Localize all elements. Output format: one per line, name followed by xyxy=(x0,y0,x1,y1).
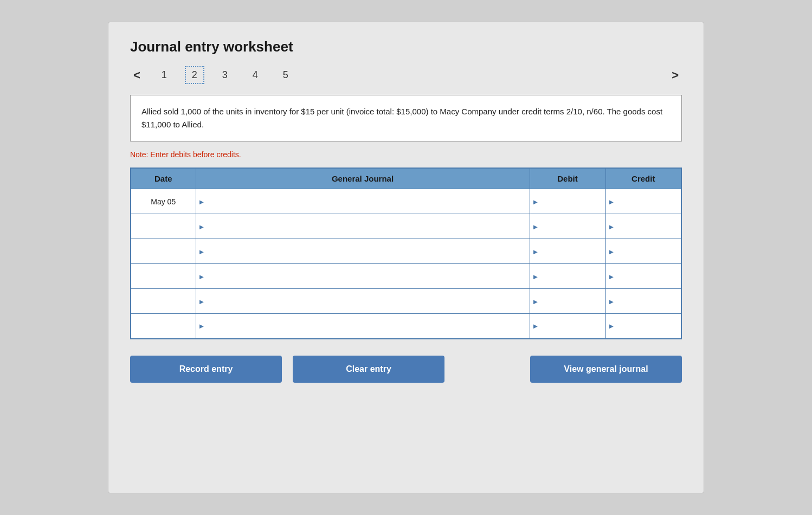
credit-cell-5[interactable]: ► xyxy=(605,314,681,339)
journal-cell-5[interactable]: ► xyxy=(196,314,530,339)
tab-4[interactable]: 4 xyxy=(246,67,265,83)
credit-arrow-icon: ► xyxy=(608,222,615,230)
header-date: Date xyxy=(131,168,196,189)
credit-cell-4[interactable]: ► xyxy=(605,289,681,314)
header-credit: Credit xyxy=(605,168,681,189)
table-row: ►►► xyxy=(131,289,681,314)
tab-5[interactable]: 5 xyxy=(276,67,295,83)
date-cell-0[interactable]: May 05 xyxy=(131,189,196,214)
credit-arrow-icon: ► xyxy=(608,197,615,205)
view-general-journal-button[interactable]: View general journal xyxy=(530,356,682,383)
debit-arrow-icon: ► xyxy=(532,222,539,230)
table-row: ►►► xyxy=(131,214,681,239)
debit-cell-5[interactable]: ► xyxy=(530,314,605,339)
table-row: May 05►►► xyxy=(131,189,681,214)
description-box: Allied sold 1,000 of the units in invent… xyxy=(130,95,682,141)
debit-arrow-icon: ► xyxy=(532,272,539,280)
journal-arrow-icon: ► xyxy=(198,197,205,205)
credit-arrow-icon: ► xyxy=(608,247,615,255)
debit-arrow-icon: ► xyxy=(532,247,539,255)
journal-arrow-icon: ► xyxy=(198,272,205,280)
credit-arrow-icon: ► xyxy=(608,272,615,280)
date-cell-1[interactable] xyxy=(131,214,196,239)
date-cell-3[interactable] xyxy=(131,264,196,289)
table-row: ►►► xyxy=(131,264,681,289)
journal-cell-0[interactable]: ► xyxy=(196,189,530,214)
credit-cell-2[interactable]: ► xyxy=(605,239,681,264)
tab-1[interactable]: 1 xyxy=(154,67,174,83)
journal-cell-3[interactable]: ► xyxy=(196,264,530,289)
record-entry-button[interactable]: Record entry xyxy=(130,356,282,383)
page-title: Journal entry worksheet xyxy=(130,38,682,55)
journal-arrow-icon: ► xyxy=(198,297,205,305)
table-row: ►►► xyxy=(131,239,681,264)
tab-navigation: < 1 2 3 4 5 > xyxy=(130,66,682,84)
credit-cell-1[interactable]: ► xyxy=(605,214,681,239)
debit-cell-2[interactable]: ► xyxy=(530,239,605,264)
header-journal: General Journal xyxy=(196,168,530,189)
tab-3[interactable]: 3 xyxy=(215,67,235,83)
journal-table: Date General Journal Debit Credit May 05… xyxy=(130,168,682,339)
table-row: ►►► xyxy=(131,314,681,339)
date-cell-4[interactable] xyxy=(131,289,196,314)
credit-arrow-icon: ► xyxy=(608,322,615,330)
journal-arrow-icon: ► xyxy=(198,322,205,330)
description-text: Allied sold 1,000 of the units in invent… xyxy=(141,107,662,129)
journal-cell-2[interactable]: ► xyxy=(196,239,530,264)
debit-cell-4[interactable]: ► xyxy=(530,289,605,314)
next-arrow[interactable]: > xyxy=(668,67,682,83)
note-text: Note: Enter debits before credits. xyxy=(130,150,682,159)
journal-cell-1[interactable]: ► xyxy=(196,214,530,239)
worksheet-container: Journal entry worksheet < 1 2 3 4 5 > Al… xyxy=(108,22,704,493)
credit-cell-3[interactable]: ► xyxy=(605,264,681,289)
debit-cell-3[interactable]: ► xyxy=(530,264,605,289)
journal-arrow-icon: ► xyxy=(198,222,205,230)
debit-cell-1[interactable]: ► xyxy=(530,214,605,239)
clear-entry-button[interactable]: Clear entry xyxy=(293,356,444,383)
header-debit: Debit xyxy=(530,168,605,189)
debit-arrow-icon: ► xyxy=(532,297,539,305)
buttons-row: Record entry Clear entry View general jo… xyxy=(130,356,682,383)
debit-arrow-icon: ► xyxy=(532,197,539,205)
journal-cell-4[interactable]: ► xyxy=(196,289,530,314)
credit-cell-0[interactable]: ► xyxy=(605,189,681,214)
debit-cell-0[interactable]: ► xyxy=(530,189,605,214)
journal-arrow-icon: ► xyxy=(198,247,205,255)
credit-arrow-icon: ► xyxy=(608,297,615,305)
date-cell-5[interactable] xyxy=(131,314,196,339)
prev-arrow[interactable]: < xyxy=(130,67,144,83)
debit-arrow-icon: ► xyxy=(532,322,539,330)
tab-2[interactable]: 2 xyxy=(185,66,204,84)
date-cell-2[interactable] xyxy=(131,239,196,264)
